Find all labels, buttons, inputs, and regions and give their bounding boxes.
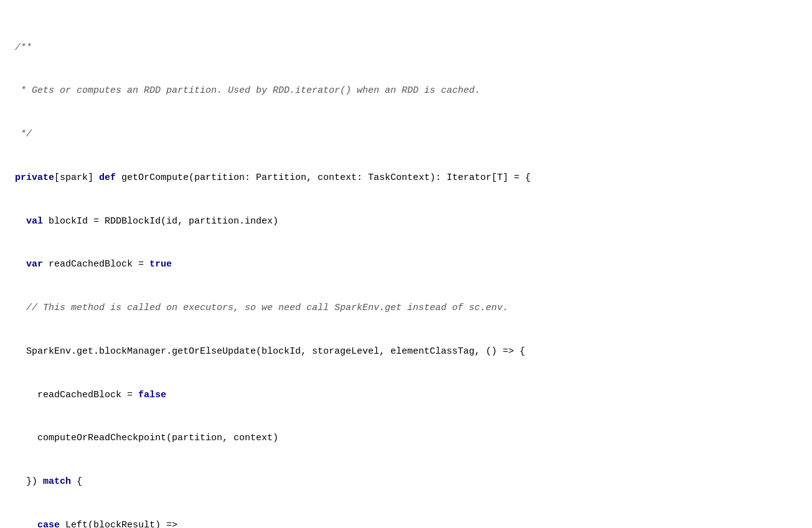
line-11: }) match { — [15, 474, 797, 489]
line-2: * Gets or computes an RDD partition. Use… — [15, 83, 797, 98]
line-4: private[spark] def getOrCompute(partitio… — [15, 171, 797, 185]
line-9: readCachedBlock = false — [15, 388, 797, 402]
line-7: // This method is called on executors, s… — [15, 301, 797, 315]
code-viewer: /** * Gets or computes an RDD partition.… — [15, 11, 797, 528]
line-5: val blockId = RDDBlockId(id, partition.i… — [15, 214, 797, 229]
line-6: var readCachedBlock = true — [15, 257, 797, 271]
line-8: SparkEnv.get.blockManager.getOrElseUpdat… — [15, 344, 797, 359]
line-12: case Left(blockResult) => — [15, 518, 797, 528]
line-10: computeOrReadCheckpoint(partition, conte… — [15, 431, 797, 445]
line-3: */ — [15, 127, 797, 141]
line-1: /** — [15, 40, 797, 55]
